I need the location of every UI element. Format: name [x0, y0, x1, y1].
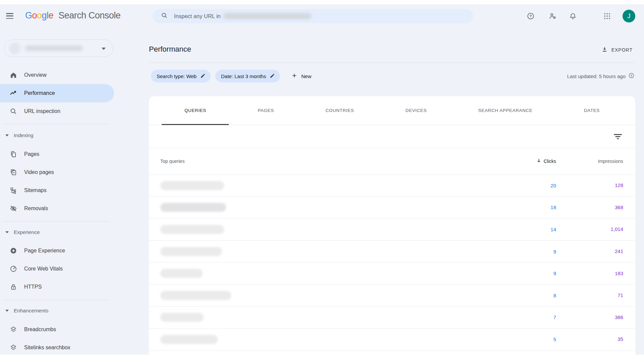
date-filter-chip[interactable]: Date: Last 3 months: [215, 70, 280, 82]
table-row[interactable]: 9 241: [149, 241, 635, 263]
column-header-top-queries[interactable]: Top queries: [160, 159, 496, 164]
sidebar-item-label: Pages: [24, 151, 39, 157]
table-row[interactable]: 9 183: [149, 262, 635, 285]
pages-icon: [9, 150, 17, 158]
section-header-experience[interactable]: Experience: [0, 228, 121, 236]
query-text-redacted: [160, 313, 204, 322]
dimension-tabs: QUERIES PAGES COUNTRIES DEVICES SEARCH A…: [149, 96, 635, 125]
sidebar-item-label: URL inspection: [24, 108, 60, 114]
main-menu-icon[interactable]: [6, 13, 13, 19]
sidebar-item-label: Sitemaps: [24, 187, 47, 193]
sidebar-item-sitemaps[interactable]: Sitemaps: [0, 181, 121, 199]
sitemaps-icon: [9, 186, 17, 194]
last-updated-text: Last updated: 5 hours ago: [567, 73, 626, 79]
clicks-value: 7: [553, 314, 556, 320]
section-header-enhancements[interactable]: Enhancements: [0, 307, 121, 315]
app-header: Google Search Console Inspect any URL in…: [0, 4, 644, 28]
clicks-value: 9: [553, 249, 556, 254]
query-text-redacted: [160, 203, 226, 212]
section-header-indexing[interactable]: Indexing: [0, 131, 121, 139]
sidebar-item-sitelinks-searchbox[interactable]: Sitelinks searchbox: [0, 339, 121, 357]
property-name-redacted: [25, 46, 83, 51]
help-icon[interactable]: ?: [527, 12, 535, 20]
filter-list-icon[interactable]: [613, 133, 623, 141]
tab-label: QUERIES: [184, 108, 206, 113]
last-updated-status: Last updated: 5 hours ago ?: [567, 72, 635, 80]
apps-grid-icon[interactable]: [603, 12, 611, 20]
query-text-redacted: [160, 247, 222, 256]
new-label: New: [301, 73, 311, 79]
impressions-value: 368: [615, 204, 623, 210]
table-row[interactable]: 8 71: [149, 285, 635, 307]
table-row[interactable]: 14 1,014: [149, 219, 635, 241]
chip-label: Date: Last 3 months: [221, 73, 266, 79]
sidebar-item-breadcrumbs[interactable]: Breadcrumbs: [0, 320, 121, 339]
sidebar-item-video-pages[interactable]: Video pages: [0, 163, 121, 181]
impressions-value: 183: [615, 270, 623, 276]
impressions-value: 386: [615, 314, 623, 320]
url-inspect-search-input[interactable]: Inspect any URL in: [153, 9, 473, 23]
edit-pencil-icon: [270, 73, 275, 79]
avatar[interactable]: J: [623, 10, 635, 22]
logo-letter: o: [32, 10, 37, 20]
sidebar-item-label: Performance: [24, 90, 55, 96]
query-text-redacted: [160, 335, 218, 344]
sidebar-item-core-web-vitals[interactable]: Core Web Vitals: [0, 260, 121, 278]
property-selector[interactable]: [4, 40, 113, 57]
sidebar-item-https[interactable]: HTTPS: [0, 278, 121, 296]
sidebar-item-removals[interactable]: Removals: [0, 199, 121, 218]
table-row[interactable]: 20 128: [149, 175, 635, 197]
tab-countries[interactable]: COUNTRIES: [323, 96, 356, 125]
search-console-app: Google Search Console Inspect any URL in…: [0, 0, 644, 362]
table-row[interactable]: 18 368: [149, 197, 635, 219]
impressions-value: 241: [615, 248, 623, 254]
chevron-down-icon: [102, 48, 106, 50]
query-text-redacted: [160, 225, 224, 234]
sidebar-item-url-inspection[interactable]: URL inspection: [0, 102, 121, 120]
sidebar-item-pages[interactable]: Pages: [0, 145, 121, 163]
page-title: Performance: [149, 45, 191, 54]
clicks-value: 5: [553, 337, 556, 342]
visibility-off-icon: [9, 204, 17, 213]
tab-label: PAGES: [258, 108, 274, 113]
new-filter-button[interactable]: New: [290, 71, 313, 81]
tab-search-appearance[interactable]: SEARCH APPEARANCE: [476, 96, 535, 125]
manage-users-icon[interactable]: [549, 12, 557, 20]
impressions-value: 71: [618, 292, 623, 298]
table-row[interactable]: 7 386: [149, 307, 635, 329]
table-row[interactable]: 5 35: [149, 328, 635, 351]
logo-letter: g: [42, 10, 47, 20]
top-strip: [0, 0, 644, 4]
sidebar-item-page-experience[interactable]: Page Experience: [0, 242, 121, 260]
main-content: Performance EXPORT Search type: Web Date…: [121, 28, 644, 362]
video-pages-icon: [9, 168, 17, 176]
tab-queries[interactable]: QUERIES: [182, 96, 208, 125]
sidebar-item-label: Overview: [24, 72, 47, 78]
svg-text:?: ?: [529, 14, 532, 18]
performance-report-card: QUERIES PAGES COUNTRIES DEVICES SEARCH A…: [149, 96, 635, 362]
tab-pages[interactable]: PAGES: [256, 96, 276, 125]
notifications-icon[interactable]: [569, 12, 577, 20]
page-experience-icon: [9, 247, 17, 255]
column-header-impressions[interactable]: Impressions: [556, 159, 623, 164]
clicks-value: 9: [553, 270, 556, 276]
sidebar-item-label: Page Experience: [24, 248, 65, 254]
header-divider: [149, 62, 635, 63]
column-header-clicks[interactable]: Clicks: [496, 158, 556, 165]
sidebar-item-label: Sitelinks searchbox: [24, 345, 70, 351]
tab-label: COUNTRIES: [325, 108, 354, 113]
tab-label: DEVICES: [406, 108, 427, 113]
query-text-redacted: [160, 269, 203, 278]
redacted-property-url: [223, 13, 311, 19]
help-circle-icon[interactable]: ?: [628, 72, 635, 80]
tab-dates[interactable]: DATES: [582, 96, 602, 125]
sidebar-item-performance[interactable]: Performance: [0, 84, 114, 102]
app-logo[interactable]: Google Search Console: [25, 10, 120, 21]
search-type-filter-chip[interactable]: Search type: Web: [151, 70, 211, 82]
tab-devices[interactable]: DEVICES: [404, 96, 429, 125]
impressions-value: 35: [618, 336, 623, 342]
sidebar-nav: Overview Performance URL inspection Inde…: [0, 66, 121, 357]
triangle-down-icon: [5, 134, 9, 136]
sidebar-item-overview[interactable]: Overview: [0, 66, 121, 84]
export-button[interactable]: EXPORT: [600, 45, 634, 55]
